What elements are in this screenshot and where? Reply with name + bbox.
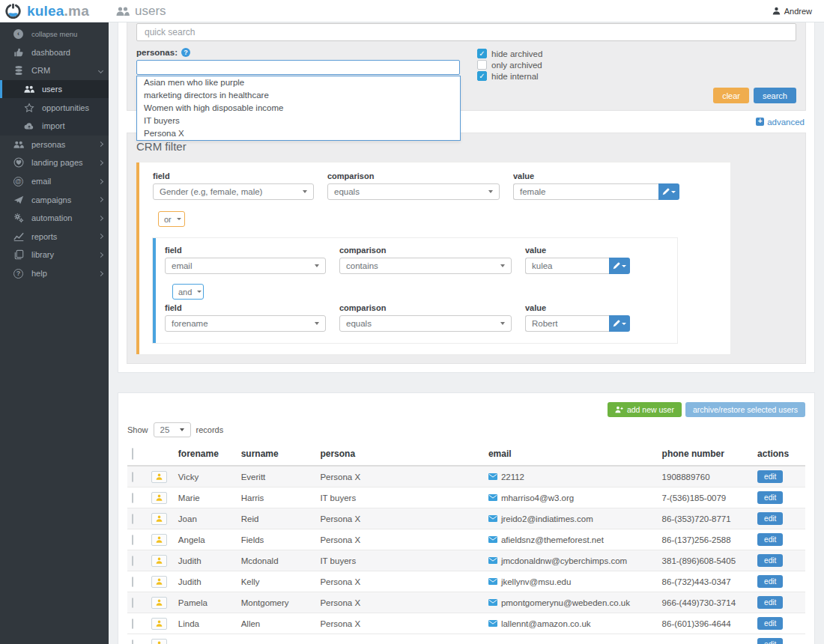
user-menu[interactable]: Andrew	[772, 7, 812, 16]
row-checkbox[interactable]	[132, 472, 133, 482]
filter-checkbox[interactable]: ✓ hide archived	[477, 48, 542, 59]
sidebar-item-campaigns[interactable]: campaigns	[0, 190, 109, 209]
edit-button[interactable]: edit	[757, 512, 783, 525]
sidebar-item-reports[interactable]: reports	[0, 228, 109, 246]
quick-search-input[interactable]	[136, 23, 796, 41]
search-button[interactable]: search	[754, 88, 796, 103]
user-status-button[interactable]	[151, 534, 167, 546]
row-checkbox[interactable]	[132, 619, 133, 629]
value-input-2[interactable]	[525, 258, 609, 274]
row-checkbox[interactable]	[132, 640, 133, 644]
value-label: value	[525, 246, 630, 255]
user-status-button[interactable]	[151, 555, 167, 567]
value-input-1[interactable]	[513, 183, 658, 200]
row-checkbox[interactable]	[132, 556, 133, 566]
user-status-button[interactable]	[151, 639, 167, 644]
person-icon	[772, 7, 781, 15]
chevron-right-icon	[98, 234, 103, 239]
clear-button[interactable]: clear	[713, 88, 749, 103]
email-cell[interactable]: mharriso4@w3.org	[488, 493, 653, 502]
envelope-icon	[488, 473, 497, 480]
user-status-button[interactable]	[151, 618, 167, 630]
user-status-button[interactable]	[151, 471, 167, 483]
value-edit-button[interactable]	[658, 183, 679, 200]
add-new-user-button[interactable]: add new user	[608, 402, 682, 417]
email-cell[interactable]: jkellynv@msu.edu	[488, 577, 653, 586]
checkbox-icon[interactable]: ✓	[477, 49, 487, 58]
field-label: field	[153, 171, 314, 180]
filter-checkbox[interactable]: ✓ only archived	[477, 59, 542, 70]
sidebar-item-library[interactable]: library	[0, 246, 109, 264]
filter-row-3: field forename comparison equals	[165, 303, 667, 332]
email-cell[interactable]: lallennt@amazon.co.uk	[488, 619, 653, 628]
edit-button[interactable]: edit	[757, 575, 783, 588]
sidebar-item-import[interactable]: import	[0, 117, 109, 136]
sidebar-item-personas[interactable]: personas	[0, 136, 109, 154]
archive-restore-button[interactable]: archive/restore selected users	[685, 402, 805, 417]
email-cell[interactable]: jreido2@indiatimes.com	[488, 514, 653, 523]
edit-button[interactable]: edit	[757, 470, 783, 483]
help-icon[interactable]: ?	[181, 48, 190, 57]
row-checkbox[interactable]	[132, 514, 133, 524]
comparison-select-1[interactable]: equals	[327, 183, 500, 200]
comparison-select-2[interactable]: contains	[339, 258, 512, 274]
sidebar-item-users[interactable]: users	[0, 80, 109, 99]
user-status-button[interactable]	[151, 513, 167, 525]
phone-cell: 381-(896)608-5405	[658, 550, 754, 571]
persona-option[interactable]: marketing directors in healthcare	[137, 89, 460, 102]
edit-button[interactable]: edit	[757, 554, 783, 567]
edit-button[interactable]: edit	[757, 533, 783, 546]
persona-option[interactable]: Asian men who like purple	[137, 76, 460, 89]
operator-select-or[interactable]: or	[158, 211, 185, 227]
checkbox-icon[interactable]: ✓	[477, 60, 487, 70]
field-select-2[interactable]: email	[165, 258, 326, 274]
value-edit-button[interactable]	[609, 258, 630, 274]
sidebar-item-dashboard[interactable]: dashboard	[0, 43, 109, 62]
filter-checkbox[interactable]: ✓ hide internal	[477, 70, 542, 82]
email-cell[interactable]: jmcdonaldnw@cyberchimps.com	[488, 556, 653, 565]
edit-button[interactable]: edit	[757, 491, 783, 504]
email-cell[interactable]: 22112	[488, 473, 653, 482]
personas-input[interactable]	[136, 60, 460, 75]
email-cell[interactable]: pmontgomerynu@webeden.co.uk	[488, 598, 653, 607]
persona-option[interactable]: Women with high disposable income	[137, 102, 460, 115]
sidebar-item-landing-pages[interactable]: landing pages	[0, 154, 109, 172]
cloud-upload-icon	[22, 121, 35, 131]
row-checkbox[interactable]	[132, 535, 133, 545]
sidebar-item-crm[interactable]: CRM	[0, 61, 109, 80]
sidebar-item-opportunities[interactable]: opportunities	[0, 98, 109, 117]
page-size-select[interactable]: 25	[154, 422, 191, 437]
persona-option[interactable]: Persona X	[137, 127, 460, 140]
row-checkbox[interactable]	[132, 598, 133, 608]
comparison-select-3[interactable]: equals	[339, 315, 512, 332]
select-all-checkbox[interactable]	[132, 448, 133, 460]
value-input-3[interactable]	[525, 315, 609, 332]
user-status-button[interactable]	[151, 492, 167, 504]
edit-button[interactable]: edit	[757, 596, 783, 609]
app-logo[interactable]: kulea.ma	[0, 3, 109, 19]
edit-button[interactable]: edit	[757, 617, 783, 630]
value-edit-button[interactable]	[609, 315, 630, 332]
checkbox-icon[interactable]: ✓	[477, 71, 487, 81]
row-checkbox[interactable]	[132, 493, 133, 503]
email-cell[interactable]: afieldsnz@themeforest.net	[488, 535, 653, 544]
envelope-icon	[488, 515, 497, 522]
row-checkbox[interactable]	[132, 577, 133, 587]
persona-option[interactable]: IT buyers	[137, 115, 460, 127]
operator-select-and[interactable]: and	[172, 284, 204, 300]
value-label: value	[525, 303, 630, 312]
user-status-button[interactable]	[151, 597, 167, 609]
advanced-link[interactable]: + advanced	[756, 118, 805, 127]
sidebar-item-email[interactable]: @ email	[0, 172, 109, 191]
user-status-button[interactable]	[151, 576, 167, 588]
column-header: persona	[315, 443, 483, 466]
surname-cell: Everitt	[237, 466, 316, 487]
field-select-1[interactable]: Gender (e.g, female, male)	[153, 183, 314, 200]
field-select-3[interactable]: forename	[165, 315, 326, 332]
edit-button[interactable]: edit	[757, 638, 783, 644]
sidebar-item-automation[interactable]: automation	[0, 209, 109, 228]
table-row: Vicky Everitt Persona X 22112	[127, 466, 805, 487]
records-label: records	[196, 425, 224, 434]
sidebar-item-help[interactable]: ? help	[0, 264, 109, 283]
sidebar-collapse-menu[interactable]: ‹ collapse menu	[0, 25, 109, 43]
